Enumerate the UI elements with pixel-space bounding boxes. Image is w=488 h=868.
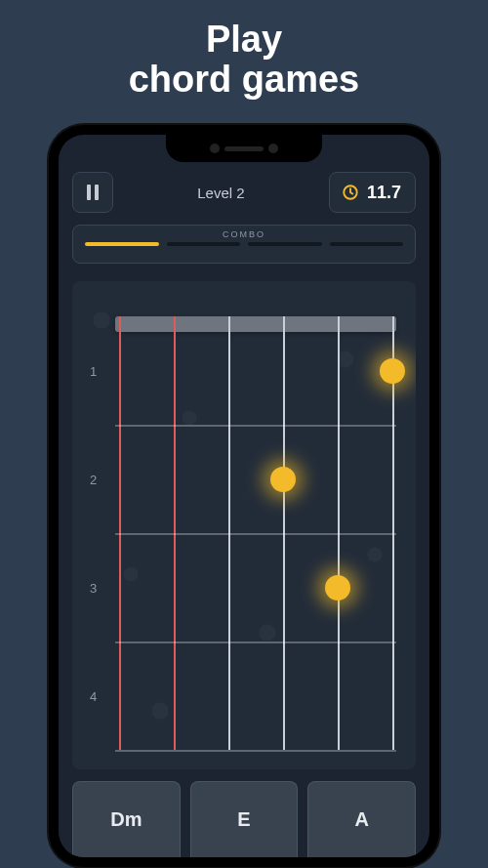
combo-segment [330, 242, 404, 246]
promo-title: Play chord games [0, 0, 488, 100]
chord-options: Dm E A [72, 781, 416, 857]
chord-button-e[interactable]: E [190, 781, 299, 857]
svg-rect-0 [87, 185, 91, 200]
pause-button[interactable] [72, 172, 113, 213]
fret-number: 2 [90, 472, 97, 486]
fret-number: 4 [90, 688, 97, 703]
combo-segment [85, 242, 159, 246]
combo-label: COMBO [223, 229, 265, 239]
promo-line2: chord games [129, 59, 360, 100]
phone-screen: Level 2 11.7 COMBO [59, 135, 429, 857]
chord-button-a[interactable]: A [307, 781, 416, 857]
timer-display: 11.7 [329, 172, 416, 213]
camera-dot [210, 144, 220, 153]
fret-line [115, 533, 396, 535]
fretboard-area: 1 2 3 4 [72, 281, 416, 769]
fret-line [115, 425, 396, 427]
finger-position[interactable] [325, 575, 350, 600]
timer-value: 11.7 [367, 183, 401, 203]
guitar-nut [115, 316, 396, 332]
combo-segment [248, 242, 322, 246]
timer-icon [342, 184, 359, 201]
speaker-slit [224, 146, 264, 151]
chord-button-dm[interactable]: Dm [72, 781, 181, 857]
fret-line [115, 750, 396, 752]
finger-position[interactable] [270, 467, 296, 492]
fret-number: 1 [90, 363, 97, 378]
promo-line1: Play [206, 19, 282, 60]
level-label: Level 2 [197, 185, 244, 201]
top-bar: Level 2 11.7 [72, 172, 416, 213]
pause-icon [86, 185, 100, 200]
phone-frame: Level 2 11.7 COMBO [49, 125, 439, 867]
phone-notch [166, 135, 322, 162]
fret-line [115, 641, 396, 643]
combo-segment [167, 242, 241, 246]
fret-number: 3 [90, 580, 97, 595]
combo-meter: COMBO [72, 225, 416, 264]
fretboard[interactable]: 1 2 3 4 [119, 316, 392, 750]
finger-position[interactable] [380, 358, 405, 384]
svg-rect-1 [95, 185, 99, 200]
camera-dot [268, 144, 278, 153]
